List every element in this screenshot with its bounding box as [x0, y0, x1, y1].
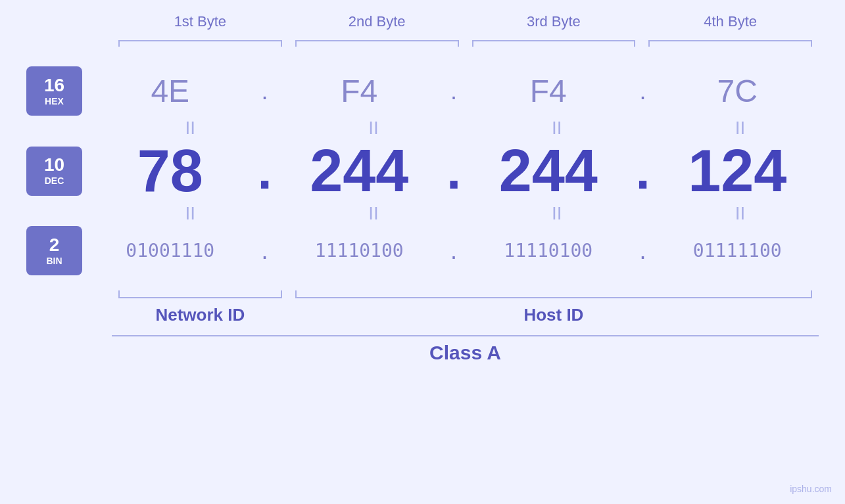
bin-dot3: . — [630, 237, 656, 265]
bracket-byte4 — [642, 34, 819, 47]
eq1-b4: II — [662, 119, 819, 137]
hex-badge: 16 HEX — [26, 66, 82, 116]
hex-row: 16 HEX 4E . F4 . F4 . 7C — [26, 66, 819, 116]
class-a-label: Class A — [112, 342, 819, 364]
bin-byte3: 11110100 — [467, 240, 630, 262]
eq2-b2: II — [295, 204, 452, 223]
eq2-b4: II — [662, 204, 819, 223]
class-row: Class A — [112, 335, 819, 364]
hex-dot2: . — [441, 78, 467, 105]
dec-byte2: 244 — [278, 141, 441, 200]
bin-byte4: 01111100 — [656, 240, 819, 262]
dec-values: 78 . 244 . 244 . 124 — [89, 141, 819, 201]
bin-row: 2 BIN 01001110 . 11110100 . 11110100 . 0… — [26, 226, 819, 275]
bottom-brackets — [112, 285, 819, 302]
hex-badge-label: HEX — [45, 96, 64, 106]
bin-values: 01001110 . 11110100 . 11110100 . 0111110… — [89, 237, 819, 265]
bin-badge-label: BIN — [46, 256, 62, 266]
dec-badge-number: 10 — [44, 156, 64, 174]
bottom-section: Network ID Host ID — [112, 285, 819, 325]
bracket-labels: Network ID Host ID — [112, 305, 819, 325]
bin-byte2: 11110100 — [278, 240, 441, 262]
byte2-header: 2nd Byte — [289, 13, 466, 30]
dec-dot1: . — [252, 141, 278, 201]
host-id-label: Host ID — [289, 305, 819, 325]
eq1-b1: II — [112, 119, 269, 137]
dec-byte4: 124 — [656, 141, 819, 200]
network-bracket — [118, 285, 282, 298]
hex-dot3: . — [630, 78, 656, 105]
dec-row: 10 DEC 78 . 244 . 244 . 124 — [26, 141, 819, 201]
main-container: 1st Byte 2nd Byte 3rd Byte 4th Byte 16 H… — [0, 0, 845, 504]
network-id-label: Network ID — [112, 305, 289, 325]
byte-headers-row: 1st Byte 2nd Byte 3rd Byte 4th Byte — [112, 13, 819, 30]
bin-dot2: . — [441, 237, 467, 265]
eq1-b2: II — [295, 119, 452, 137]
dec-badge-label: DEC — [45, 175, 64, 186]
bin-badge: 2 BIN — [26, 226, 82, 275]
byte4-header: 4th Byte — [642, 13, 819, 30]
host-bracket — [295, 285, 812, 298]
dec-dot2: . — [441, 141, 467, 201]
eq1-b3: II — [479, 119, 636, 137]
bracket-byte2 — [289, 34, 466, 47]
eq2-b3: II — [479, 204, 636, 223]
hex-values: 4E . F4 . F4 . 7C — [89, 73, 819, 109]
dec-byte1: 78 — [89, 141, 252, 200]
equals-row-2: II II II II — [112, 204, 819, 223]
top-brackets — [112, 34, 819, 47]
dec-badge: 10 DEC — [26, 147, 82, 196]
bracket-byte1 — [112, 34, 289, 47]
hex-byte2: F4 — [278, 73, 441, 109]
bracket-byte3 — [466, 34, 642, 47]
equals-row-1: II II II II — [112, 119, 819, 137]
watermark: ipshu.com — [790, 484, 832, 494]
byte1-header: 1st Byte — [112, 13, 289, 30]
dec-dot3: . — [630, 141, 656, 201]
class-bracket-line — [112, 335, 819, 336]
hex-byte1: 4E — [89, 73, 252, 109]
eq2-b1: II — [112, 204, 269, 223]
hex-byte3: F4 — [467, 73, 630, 109]
dec-byte3: 244 — [467, 141, 630, 200]
byte3-header: 3rd Byte — [466, 13, 642, 30]
bin-dot1: . — [252, 237, 278, 265]
hex-dot1: . — [252, 78, 278, 105]
bin-byte1: 01001110 — [89, 240, 252, 262]
hex-badge-number: 16 — [44, 76, 64, 95]
hex-byte4: 7C — [656, 73, 819, 109]
bin-badge-number: 2 — [49, 236, 60, 254]
